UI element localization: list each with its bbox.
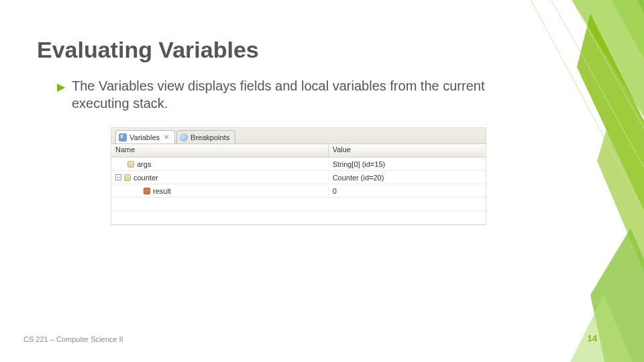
var-name: counter: [133, 174, 158, 182]
svg-marker-1: [564, 0, 644, 161]
row-name-cell: − counter: [111, 174, 329, 182]
header-name[interactable]: Name: [111, 144, 329, 157]
tab-bar: Variables ✕ Breakpoints: [111, 128, 486, 144]
collapse-icon[interactable]: −: [115, 174, 121, 180]
page-title: Evaluating Variables: [37, 37, 259, 63]
corner-decoration: [470, 0, 644, 362]
row-name-cell: args: [111, 160, 329, 168]
tab-variables[interactable]: Variables ✕: [115, 130, 175, 143]
table-row[interactable]: args String[0] (id=15): [111, 158, 486, 171]
primitive-icon: [144, 188, 150, 194]
svg-marker-2: [577, 13, 644, 268]
header-value[interactable]: Value: [329, 144, 486, 157]
svg-line-7: [517, 0, 644, 275]
table-headers: Name Value: [111, 144, 486, 158]
table-row[interactable]: − counter Counter (id=20): [111, 171, 486, 184]
row-name-cell: result: [111, 187, 329, 195]
table-row[interactable]: result 0: [111, 184, 486, 198]
var-name: result: [153, 187, 171, 195]
svg-line-8: [557, 0, 644, 188]
empty-row: [111, 198, 486, 211]
bullet-arrow-icon: ▶: [57, 77, 72, 112]
slide: Evaluating Variables ▶ The Variables vie…: [0, 0, 644, 362]
var-name: args: [137, 160, 151, 168]
page-number: 14: [588, 333, 597, 343]
svg-marker-4: [590, 228, 644, 362]
object-icon: [124, 174, 131, 181]
variables-panel: Variables ✕ Breakpoints Name Value args …: [111, 127, 486, 225]
svg-marker-3: [597, 94, 644, 335]
breakpoints-icon: [180, 133, 188, 141]
svg-marker-0: [604, 0, 644, 107]
tab-label: Breakpoints: [191, 133, 229, 141]
bullet-text: The Variables view displays fields and l…: [72, 77, 506, 112]
bullet-item: ▶ The Variables view displays fields and…: [57, 77, 506, 112]
close-icon[interactable]: ✕: [164, 133, 169, 141]
object-icon: [127, 161, 134, 168]
tab-breakpoints[interactable]: Breakpoints: [176, 130, 235, 143]
var-value: 0: [329, 187, 486, 195]
variables-icon: [119, 133, 127, 141]
svg-marker-5: [557, 295, 644, 362]
empty-row: [111, 211, 486, 225]
var-value: String[0] (id=15): [329, 160, 486, 168]
svg-line-6: [537, 0, 644, 228]
var-value: Counter (id=20): [329, 174, 486, 182]
tab-label: Variables: [129, 133, 160, 141]
footer-course: CS 221 – Computer Science II: [23, 335, 123, 343]
